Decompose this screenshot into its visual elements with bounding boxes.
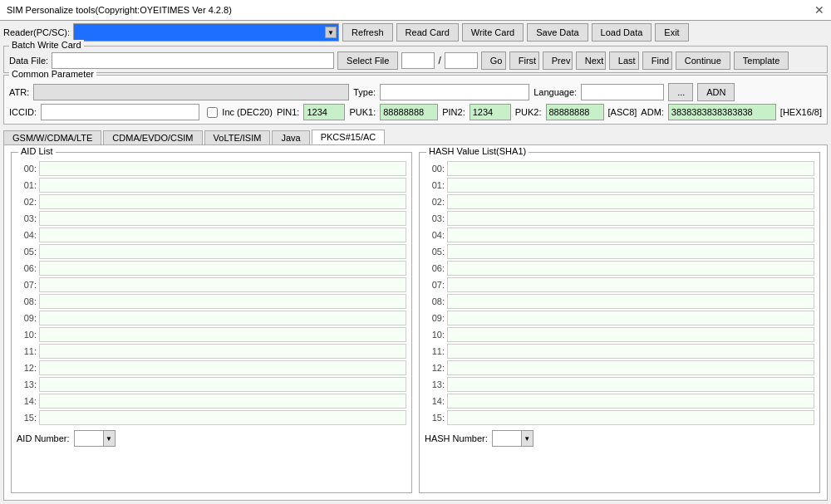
go-button[interactable]: Go [481, 51, 506, 70]
aid-row-label: 05: [17, 247, 37, 257]
aid-row-input-9[interactable] [39, 311, 406, 325]
prev-button[interactable]: Prev [543, 51, 573, 70]
hash-row-input-0[interactable] [447, 161, 814, 176]
aid-row-input-0[interactable] [39, 161, 406, 176]
hash-combo-arrow[interactable]: ▼ [521, 431, 533, 446]
write-card-button[interactable]: Write Card [462, 23, 524, 42]
continue-button[interactable]: Continue [676, 51, 730, 70]
next-button[interactable]: Next [576, 51, 606, 70]
aid-row-label: 11: [17, 346, 37, 356]
atr-input[interactable] [33, 84, 349, 100]
reader-combo-arrow[interactable]: ▼ [325, 27, 337, 38]
tab-cdma[interactable]: CDMA/EVDO/CSIM [103, 130, 202, 144]
hash-row-input-5[interactable] [447, 244, 814, 259]
template-button[interactable]: Template [734, 51, 789, 70]
aid-row-input-12[interactable] [39, 360, 406, 375]
hash-list-item: 01: [425, 178, 814, 193]
hash-row-input-11[interactable] [447, 344, 814, 359]
adn-button[interactable]: ADN [697, 83, 735, 101]
page-total-input[interactable] [445, 52, 478, 69]
find-button[interactable]: Find [642, 51, 672, 70]
aid-row-input-10[interactable] [39, 327, 406, 342]
hash-row-input-6[interactable] [447, 261, 814, 276]
hash-row-input-12[interactable] [447, 360, 814, 375]
tab-pkcs[interactable]: PKCS#15/AC [312, 130, 386, 144]
tab-gsm[interactable]: GSM/W/CDMA/LTE [3, 130, 101, 144]
aid-row-label: 04: [17, 230, 37, 240]
aid-row-input-11[interactable] [39, 344, 406, 359]
hash-row-input-9[interactable] [447, 311, 814, 325]
hash-row-input-13[interactable] [447, 377, 814, 392]
aid-row-label: 10: [17, 330, 37, 340]
hash-row-input-10[interactable] [447, 327, 814, 342]
aid-list-item: 02: [17, 194, 406, 209]
aid-row-input-14[interactable] [39, 394, 406, 409]
read-card-button[interactable]: Read Card [396, 23, 459, 42]
hash-row-input-7[interactable] [447, 277, 814, 292]
aid-row-input-1[interactable] [39, 178, 406, 193]
hash-row-label: 08: [425, 296, 445, 306]
hash-row-input-14[interactable] [447, 394, 814, 409]
pin1-input[interactable]: 1234 [303, 104, 345, 120]
aid-row-label: 07: [17, 280, 37, 290]
aid-combo-arrow[interactable]: ▼ [103, 431, 115, 446]
aid-number-combo[interactable]: ▼ [74, 430, 116, 447]
hash-number-combo[interactable]: ▼ [492, 430, 534, 447]
language-input[interactable] [581, 84, 664, 100]
iccid-input[interactable] [41, 104, 199, 120]
hash-list-item: 10: [425, 327, 814, 342]
aid-row-input-5[interactable] [39, 244, 406, 259]
ellipsis-button[interactable]: ... [668, 83, 693, 101]
aid-row-input-4[interactable] [39, 228, 406, 242]
aid-row-input-15[interactable] [39, 410, 406, 425]
hash-row-input-3[interactable] [447, 211, 814, 226]
hash-number-label: HASH Number: [425, 433, 488, 443]
first-button[interactable]: First [509, 51, 539, 70]
tab-volte[interactable]: VoLTE/ISIM [204, 130, 271, 144]
close-icon[interactable]: ✕ [814, 3, 824, 17]
aid-row-input-8[interactable] [39, 294, 406, 309]
aid-list-title: AID List [18, 146, 56, 156]
aid-list-panel: AID List 00: 01: 02: 03: 04: 05: 06: 07: [11, 152, 412, 493]
hash-row-input-8[interactable] [447, 294, 814, 309]
puk2-input[interactable]: 88888888 [546, 104, 604, 120]
last-button[interactable]: Last [609, 51, 639, 70]
common-param-title: Common Parameter [9, 69, 96, 79]
window-title: SIM Personalize tools(Copyright:OYEITIME… [7, 5, 232, 15]
aid-list-item: 00: [17, 161, 406, 176]
aid-row-input-13[interactable] [39, 377, 406, 392]
aid-row-label: 08: [17, 296, 37, 306]
aid-list-item: 10: [17, 327, 406, 342]
hex168-label: [HEX16/8] [780, 107, 822, 117]
aid-list-item: 09: [17, 311, 406, 325]
hash-row-input-2[interactable] [447, 194, 814, 209]
reader-combo[interactable]: ▼ [73, 23, 339, 42]
exit-button[interactable]: Exit [655, 23, 688, 42]
aid-row-input-6[interactable] [39, 261, 406, 276]
aid-number-label: AID Number: [17, 433, 70, 443]
puk1-input[interactable]: 88888888 [380, 104, 438, 120]
save-data-button[interactable]: Save Data [527, 23, 588, 42]
hash-row-label: 09: [425, 313, 445, 323]
load-data-button[interactable]: Load Data [592, 23, 652, 42]
select-file-button[interactable]: Select File [337, 51, 398, 70]
adm-input[interactable]: 3838383838383838 [668, 104, 776, 120]
aid-row-input-2[interactable] [39, 194, 406, 209]
refresh-button[interactable]: Refresh [342, 23, 393, 42]
aid-row-label: 09: [17, 313, 37, 323]
hash-row-input-15[interactable] [447, 410, 814, 425]
pin2-input[interactable]: 1234 [470, 104, 511, 120]
hash-list-item: 11: [425, 344, 814, 359]
tab-java[interactable]: Java [272, 130, 309, 144]
hash-row-input-1[interactable] [447, 178, 814, 193]
inc-checkbox[interactable] [207, 107, 218, 118]
slash-sep: / [438, 55, 440, 66]
page-current-input[interactable] [401, 52, 435, 69]
hash-list-item: 13: [425, 377, 814, 392]
type-input[interactable] [380, 84, 529, 100]
data-file-input[interactable] [52, 52, 334, 69]
aid-list-item: 05: [17, 244, 406, 259]
aid-row-input-3[interactable] [39, 211, 406, 226]
hash-row-input-4[interactable] [447, 228, 814, 242]
aid-row-input-7[interactable] [39, 277, 406, 292]
